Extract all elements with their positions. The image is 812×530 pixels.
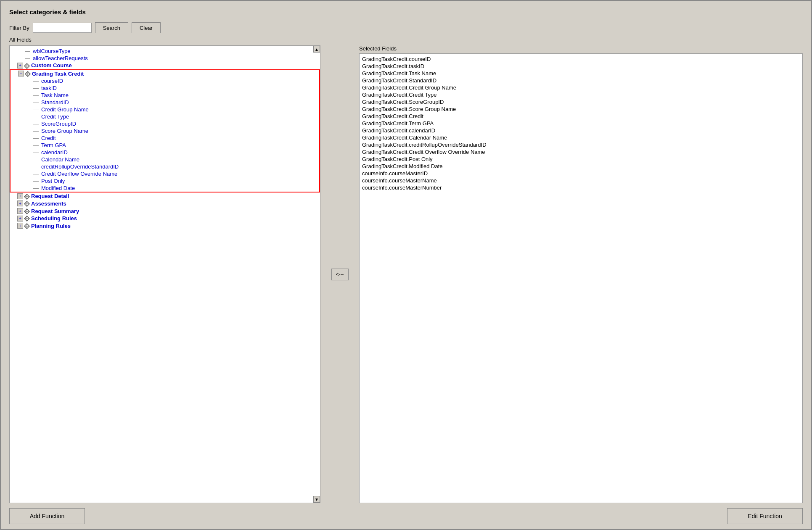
selected-field-item[interactable]: GradingTaskCredit.Score Group Name	[362, 105, 800, 113]
selected-field-item[interactable]: GradingTaskCredit.ScoreGroupID	[362, 98, 800, 105]
leaf-dash: —	[33, 185, 40, 191]
transfer-button[interactable]: <---	[331, 269, 349, 280]
expand-icon[interactable]: +	[17, 200, 23, 206]
selected-panel: Selected Fields GradingTaskCredit.course…	[359, 45, 803, 503]
tree-item-taskname[interactable]: —Task Name	[11, 92, 319, 99]
tree-item-scoregroupname[interactable]: —Score Group Name	[11, 127, 319, 134]
tree-item-postonly[interactable]: —Post Only	[11, 177, 319, 185]
expand-icon[interactable]: +	[17, 193, 23, 199]
tree-item-credit[interactable]: —Credit	[11, 134, 319, 142]
diamond-icon	[24, 208, 30, 214]
selected-field-item[interactable]: courseInfo.courseMasterID	[362, 170, 800, 177]
leaf-dash: —	[33, 128, 40, 134]
tree-item-gradingtaskcredit[interactable]: − Grading Task Credit	[11, 70, 319, 78]
tree-item-modifieddate[interactable]: —Modified Date	[11, 185, 319, 192]
filter-row: Filter By Search Clear	[1, 20, 811, 36]
bottom-bar: Add Function Edit Function	[1, 503, 811, 529]
tree-item-standardid[interactable]: —StandardID	[11, 99, 319, 106]
selected-field-item[interactable]: GradingTaskCredit.Credit Group Name	[362, 84, 800, 91]
tree-item-assessments[interactable]: + Assessments	[10, 200, 320, 208]
tree-item-scoregroupid[interactable]: —ScoreGroupID	[11, 120, 319, 127]
tree-item-label: Request Detail	[31, 193, 69, 199]
leaf-dash: —	[25, 48, 32, 54]
tree-item-credittype[interactable]: —Credit Type	[11, 113, 319, 120]
collapse-icon[interactable]: −	[18, 71, 24, 76]
tree-item-label: courseID	[41, 78, 63, 84]
tree-item-requestdetail[interactable]: + Request Detail	[10, 192, 320, 200]
selected-field-item[interactable]: courseInfo.courseMasterName	[362, 177, 800, 184]
tree-item-creditrollupoverridestandardid[interactable]: —creditRollupOverrideStandardID	[11, 163, 319, 170]
tree-item-courseid[interactable]: —courseID	[11, 77, 319, 84]
tree-item-planningrules[interactable]: + Planning Rules	[10, 222, 320, 229]
selected-field-item[interactable]: GradingTaskCredit.Post Only	[362, 156, 800, 163]
tree-item-label: Post Only	[41, 178, 65, 184]
leaf-dash: —	[33, 113, 40, 120]
diamond-icon	[24, 215, 30, 222]
leaf-dash: —	[33, 149, 40, 156]
page-title: Select categories & fields	[9, 8, 803, 16]
tree-item-requestsummary[interactable]: + Request Summary	[10, 207, 320, 215]
search-button[interactable]: Search	[95, 22, 128, 33]
selected-field-item[interactable]: courseInfo.courseMasterNumber	[362, 184, 800, 191]
edit-function-button[interactable]: Edit Function	[727, 508, 803, 524]
tree-item-label: Grading Task Credit	[32, 71, 84, 77]
diamond-icon	[24, 200, 30, 207]
tree-item-label: wblCourseType	[33, 48, 71, 54]
tree-item-label: Calendar Name	[41, 156, 79, 163]
scroll-up-arrow[interactable]: ▲	[313, 46, 320, 53]
leaf-dash: —	[33, 142, 40, 148]
leaf-dash: —	[33, 92, 40, 98]
filter-input[interactable]	[33, 23, 92, 33]
selected-field-item[interactable]: GradingTaskCredit.Modified Date	[362, 163, 800, 170]
leaf-dash: —	[33, 156, 40, 163]
scroll-down-arrow[interactable]: ▼	[313, 496, 320, 503]
selected-field-item[interactable]: GradingTaskCredit.Credit Overflow Overri…	[362, 148, 800, 156]
tree-item-creditgroupname[interactable]: —Credit Group Name	[11, 106, 319, 113]
selected-field-item[interactable]: GradingTaskCredit.Task Name	[362, 70, 800, 77]
tree-item-schedulingrules[interactable]: + Scheduling Rules	[10, 215, 320, 222]
tree-item-label: creditRollupOverrideStandardID	[41, 163, 119, 170]
tree-item-label: Modified Date	[41, 185, 75, 191]
tree-item-allowteacherrequests[interactable]: —allowTeacherRequests	[10, 55, 320, 62]
leaf-dash: —	[33, 163, 40, 170]
tree-item-customcourse[interactable]: + Custom Course	[10, 62, 320, 69]
tree-item-label: Planning Rules	[31, 223, 71, 229]
tree-item-taskid[interactable]: —taskID	[11, 84, 319, 92]
expand-icon[interactable]: +	[17, 63, 23, 69]
tree-item-label: Custom Course	[31, 62, 72, 69]
selected-field-item[interactable]: GradingTaskCredit.calendarID	[362, 127, 800, 134]
selected-field-item[interactable]: GradingTaskCredit.Credit	[362, 113, 800, 120]
selected-fields-box[interactable]: GradingTaskCredit.courseIDGradingTaskCre…	[359, 53, 803, 503]
all-fields-label: All Fields	[1, 36, 811, 45]
selected-field-item[interactable]: GradingTaskCredit.Credit Type	[362, 91, 800, 98]
tree-item-label: Credit Overflow Override Name	[41, 171, 117, 177]
tree-item-label: taskID	[41, 85, 57, 91]
tree-item-label: ScoreGroupID	[41, 121, 76, 127]
tree-item-label: Assessments	[31, 200, 66, 207]
tree-item-calendarname[interactable]: —Calendar Name	[11, 156, 319, 163]
selected-field-item[interactable]: GradingTaskCredit.creditRollupOverrideSt…	[362, 141, 800, 148]
title-bar: Select categories & fields	[1, 1, 811, 20]
tree-item-label: Task Name	[41, 92, 69, 98]
main-window: Select categories & fields Filter By Sea…	[0, 0, 812, 530]
leaf-dash: —	[33, 78, 40, 84]
selected-field-item[interactable]: GradingTaskCredit.Calendar Name	[362, 134, 800, 141]
expand-icon[interactable]: +	[17, 223, 23, 229]
expand-icon[interactable]: +	[17, 208, 23, 214]
selected-field-item[interactable]: GradingTaskCredit.Term GPA	[362, 120, 800, 127]
tree-item-calendarid[interactable]: —calendarID	[11, 149, 319, 156]
middle-col: <---	[327, 45, 352, 503]
content-area: ▲ —wblCourseType—allowTeacherRequests+ C…	[1, 45, 811, 503]
clear-button[interactable]: Clear	[132, 22, 161, 33]
selected-field-item[interactable]: GradingTaskCredit.taskID	[362, 63, 800, 70]
tree-item-label: Scheduling Rules	[31, 215, 77, 221]
tree-item-wblcoursetype[interactable]: —wblCourseType	[10, 47, 320, 55]
diamond-icon	[24, 193, 30, 200]
selected-field-item[interactable]: GradingTaskCredit.StandardID	[362, 77, 800, 84]
selected-field-item[interactable]: GradingTaskCredit.courseID	[362, 55, 800, 63]
add-function-button[interactable]: Add Function	[9, 508, 85, 524]
tree-item-termgpa[interactable]: —Term GPA	[11, 142, 319, 149]
tree-scroll[interactable]: —wblCourseType—allowTeacherRequests+ Cus…	[10, 46, 320, 503]
expand-icon[interactable]: +	[17, 216, 23, 221]
tree-item-creditoverflowoverridename[interactable]: —Credit Overflow Override Name	[11, 170, 319, 177]
